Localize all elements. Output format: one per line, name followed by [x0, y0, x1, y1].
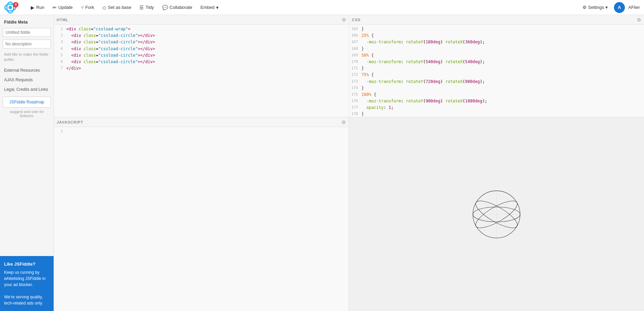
table-row: 6 <div class="cssload-circle"></div> — [54, 59, 349, 65]
promo-title: Like JSFiddle? — [4, 261, 50, 268]
promo-panel: Like JSFiddle? Keep us running by whitel… — [0, 256, 54, 311]
update-button[interactable]: ✏ Update — [49, 3, 76, 12]
tidy-button[interactable]: ☰ Tidy — [136, 3, 157, 12]
css-label: CSS — [352, 18, 361, 22]
run-icon: ▶ — [31, 5, 34, 10]
table-row: 2 <div class="cssload-circle"></div> — [54, 32, 349, 39]
roadmap-button[interactable]: JSFiddle Roadmap — [3, 97, 51, 108]
spinner-svg — [469, 187, 524, 242]
update-icon: ✏ — [53, 5, 57, 10]
avatar[interactable]: A — [614, 2, 625, 13]
table-row: 166 25% { — [349, 32, 644, 39]
sidebar-item-external-resources[interactable]: External Resources — [0, 65, 54, 74]
notification-badge: 4 — [13, 2, 18, 8]
run-button[interactable]: ▶ Run — [27, 3, 48, 12]
table-row: 4 <div class="cssload-circle"></div> — [54, 46, 349, 52]
html-settings-icon[interactable]: ⚙ — [342, 17, 346, 23]
tidy-icon: ☰ — [139, 5, 144, 10]
topbar: 4 ▶ Run ✏ Update ⑂ Fork ◇ Set as base ☰ … — [0, 0, 644, 15]
js-label: JAVASCRIPT — [57, 120, 83, 124]
fork-button[interactable]: ⑂ Fork — [78, 3, 98, 12]
table-row: 170 -moz-transform: rotateY(540deg) rota… — [349, 59, 644, 65]
table-row: 1 <div class="cssload-wrap"> — [54, 26, 349, 32]
settings-chevron-icon: ▾ — [605, 5, 608, 10]
table-row: 165 } — [349, 26, 644, 32]
fiddle-description-input[interactable] — [3, 40, 51, 48]
table-row: 171 } — [349, 65, 644, 72]
fork-icon: ⑂ — [81, 5, 84, 10]
result-visualization — [469, 187, 524, 242]
js-settings-icon[interactable]: ⚙ — [341, 119, 346, 125]
css-editor-header: CSS ⚙ — [349, 15, 644, 25]
css-editor-pane: CSS ⚙ 165 } 166 25% { 167 -moz-transform… — [349, 15, 644, 117]
bookmark-icon: ◇ — [102, 5, 106, 10]
svg-point-2 — [9, 6, 12, 9]
gear-icon: ⚙ — [583, 5, 587, 10]
chevron-down-icon: ▾ — [216, 5, 219, 10]
html-label: HTML — [57, 18, 69, 22]
promo-text: Keep us running by whitelisting JSFiddle… — [4, 269, 50, 306]
table-row: 3 <div class="cssload-circle"></div> — [54, 39, 349, 45]
table-row: 177 opacity: 1; — [349, 104, 644, 111]
table-row: 172 75% { — [349, 72, 644, 78]
editor-area: HTML ⚙ 1 <div class="cssload-wrap"> 2 <d… — [54, 15, 644, 311]
settings-button[interactable]: ⚙ Settings ▾ — [580, 3, 611, 12]
html-editor-header: HTML ⚙ — [54, 15, 349, 25]
table-row: 169 50% { — [349, 52, 644, 59]
table-row: 7 </div> — [54, 65, 349, 72]
css-code-area[interactable]: 165 } 166 25% { 167 -moz-transform: rota… — [349, 25, 644, 117]
table-row: 168 } — [349, 46, 644, 52]
sidebar-item-ajax-requests[interactable]: AJAX Requests — [0, 74, 54, 84]
suggest-label: suggest and vote for features — [0, 109, 54, 121]
bottom-editors-row: JAVASCRIPT ⚙ 1 — [54, 117, 644, 311]
table-row: 167 -moz-transform: rotateY(180deg) rota… — [349, 39, 644, 45]
topbar-actions: ▶ Run ✏ Update ⑂ Fork ◇ Set as base ☰ Ti… — [27, 3, 580, 12]
embed-button[interactable]: Embed ▾ — [197, 3, 222, 12]
sidebar: Fiddle Meta Add title to make the fiddle… — [0, 15, 54, 311]
fiddle-title-input[interactable] — [3, 28, 51, 37]
html-code-area[interactable]: 1 <div class="cssload-wrap"> 2 <div clas… — [54, 25, 349, 117]
logo[interactable]: 4 — [4, 1, 22, 14]
table-row: 174 } — [349, 85, 644, 91]
fiddle-meta-title: Fiddle Meta — [0, 15, 54, 27]
js-code-area[interactable]: 1 — [54, 127, 349, 311]
result-pane — [349, 117, 644, 311]
sidebar-item-legal[interactable]: Legal, Credits and Links — [0, 84, 54, 93]
main-layout: Fiddle Meta Add title to make the fiddle… — [0, 15, 644, 311]
css-settings-icon[interactable]: ⚙ — [637, 17, 641, 23]
set-as-base-button[interactable]: ◇ Set as base — [99, 3, 135, 12]
fiddle-hint: Add title to make the fiddle public. — [0, 50, 54, 65]
table-row: 175 100% { — [349, 91, 644, 98]
table-row: 178 } — [349, 111, 644, 117]
table-row: 173 -moz-transform: rotateY(720deg) rota… — [349, 79, 644, 85]
collaborate-button[interactable]: 💬 Collaborate — [159, 3, 196, 12]
user-name: AFlier — [628, 5, 640, 10]
table-row: 176 -moz-transform: rotateY(900deg) rota… — [349, 98, 644, 104]
table-row: 5 <div class="cssload-circle"></div> — [54, 52, 349, 59]
js-editor-pane: JAVASCRIPT ⚙ 1 — [54, 117, 349, 311]
table-row: 1 — [54, 128, 349, 135]
html-editor-pane: HTML ⚙ 1 <div class="cssload-wrap"> 2 <d… — [54, 15, 349, 117]
topbar-right: ⚙ Settings ▾ A AFlier — [580, 2, 640, 13]
js-editor-header: JAVASCRIPT ⚙ — [54, 117, 349, 127]
top-editors-row: HTML ⚙ 1 <div class="cssload-wrap"> 2 <d… — [54, 15, 644, 117]
collaborate-icon: 💬 — [162, 5, 168, 10]
